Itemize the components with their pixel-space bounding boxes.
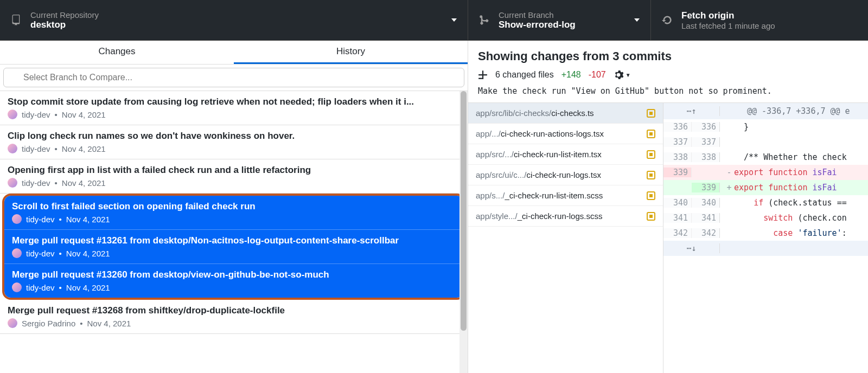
commit-author: tidy-dev bbox=[26, 283, 55, 292]
file-item[interactable]: app/.../ci-check-run-actions-logs.tsx bbox=[468, 124, 663, 144]
diff-line: 341341 switch (check.con bbox=[663, 210, 868, 226]
tab-history[interactable]: History bbox=[234, 41, 468, 64]
modified-badge-icon bbox=[647, 109, 655, 118]
expand-down-row[interactable]: ⋯↓ bbox=[663, 241, 868, 256]
commit-date: Nov 4, 2021 bbox=[66, 249, 110, 258]
commit-title: Merge pull request #13268 from shiftkey/… bbox=[8, 305, 460, 316]
modified-badge-icon bbox=[647, 212, 655, 221]
svg-rect-0 bbox=[478, 78, 482, 79]
commit-author: tidy-dev bbox=[22, 144, 50, 153]
changes-title: Showing changes from 3 commits bbox=[478, 49, 858, 63]
diff-line: 337337 bbox=[663, 134, 868, 150]
tabs: Changes History bbox=[0, 41, 468, 65]
diff-line: 339+export function isFai bbox=[663, 180, 868, 195]
toolbar-repository[interactable]: Current Repository desktop bbox=[0, 0, 468, 40]
repo-value: desktop bbox=[30, 20, 446, 30]
diff-view[interactable]: ⋯↑ @@ -336,7 +336,7 @@ e 336336 }337337 … bbox=[663, 103, 868, 373]
diff-settings-button[interactable]: ▼ bbox=[614, 70, 631, 80]
avatar bbox=[12, 248, 22, 258]
commit-date: Nov 4, 2021 bbox=[66, 283, 110, 292]
diff-line: 340340 if (check.status == bbox=[663, 195, 868, 210]
avatar bbox=[12, 282, 22, 292]
file-item[interactable]: app/style.../_ci-check-run-logs.scss bbox=[468, 206, 663, 227]
commit-message: Make the check run "View on GitHub" butt… bbox=[468, 86, 868, 103]
diff-line: 336336 } bbox=[663, 119, 868, 134]
avatar bbox=[8, 318, 17, 328]
fetch-label: Fetch origin bbox=[681, 10, 857, 21]
commit-author: tidy-dev bbox=[26, 249, 55, 258]
diff-line: 342342 case 'failure': bbox=[663, 226, 868, 241]
commit-title: Merge pull request #13260 from desktop/v… bbox=[12, 269, 456, 280]
commit-date: Nov 4, 2021 bbox=[62, 144, 106, 153]
commit-date: Nov 4, 2021 bbox=[66, 215, 110, 224]
commit-author: tidy-dev bbox=[22, 178, 50, 188]
left-panel: Changes History Stop commit store update… bbox=[0, 41, 468, 373]
file-item[interactable]: app/src/.../ci-check-run-list-item.tsx bbox=[468, 144, 663, 165]
scrollbar[interactable] bbox=[459, 91, 468, 373]
sync-icon bbox=[662, 15, 673, 25]
commit-meta: tidy-dev•Nov 4, 2021 bbox=[12, 282, 456, 292]
commit-date: Nov 4, 2021 bbox=[62, 110, 106, 119]
file-list: app/src/lib/ci-checks/ci-checks.tsapp/..… bbox=[468, 103, 663, 373]
toolbar-fetch[interactable]: Fetch origin Last fetched 1 minute ago bbox=[651, 0, 868, 40]
commit-author: tidy-dev bbox=[26, 215, 55, 224]
commit-date: Nov 4, 2021 bbox=[62, 178, 106, 188]
compare-branch-input[interactable] bbox=[3, 68, 464, 87]
commit-author: tidy-dev bbox=[22, 110, 50, 119]
commit-meta: Sergio Padrino•Nov 4, 2021 bbox=[8, 318, 460, 328]
commit-list[interactable]: Stop commit store update from causing lo… bbox=[0, 91, 468, 373]
modified-badge-icon bbox=[647, 191, 655, 200]
diff-icon bbox=[478, 70, 488, 80]
avatar bbox=[8, 144, 17, 153]
commit-item[interactable]: Opening first app in list with a failed … bbox=[0, 159, 468, 194]
avatar bbox=[8, 110, 17, 119]
tab-changes[interactable]: Changes bbox=[0, 41, 234, 64]
toolbar-branch[interactable]: Current Branch Show-errored-log bbox=[468, 0, 651, 40]
commit-meta: tidy-dev•Nov 4, 2021 bbox=[12, 214, 456, 224]
selected-commits-group: Scroll to first failed section on openin… bbox=[2, 194, 465, 300]
avatar bbox=[8, 178, 17, 188]
modified-badge-icon bbox=[647, 130, 655, 138]
avatar bbox=[12, 214, 22, 224]
fetch-sub: Last fetched 1 minute ago bbox=[681, 21, 857, 30]
commit-item[interactable]: Clip long check run names so we don't ha… bbox=[0, 125, 468, 159]
commit-title: Stop commit store update from causing lo… bbox=[8, 97, 460, 107]
commit-meta: tidy-dev•Nov 4, 2021 bbox=[12, 248, 456, 258]
chevron-down-icon bbox=[634, 18, 640, 22]
toolbar: Current Repository desktop Current Branc… bbox=[0, 0, 868, 41]
commit-title: Scroll to first failed section on openin… bbox=[12, 201, 456, 212]
expand-down-icon[interactable]: ⋯↓ bbox=[686, 243, 696, 253]
commit-item[interactable]: Merge pull request #13268 from shiftkey/… bbox=[0, 300, 468, 334]
file-item[interactable]: app/src/lib/ci-checks/ci-checks.ts bbox=[468, 103, 663, 124]
commit-title: Merge pull request #13261 from desktop/N… bbox=[12, 235, 456, 246]
branch-value: Show-errored-log bbox=[499, 20, 629, 30]
right-panel: Showing changes from 3 commits 6 changed… bbox=[468, 41, 868, 373]
branch-icon bbox=[479, 15, 490, 25]
modified-badge-icon bbox=[647, 150, 655, 159]
hunk-header[interactable]: ⋯↑ @@ -336,7 +336,7 @@ e bbox=[663, 103, 868, 119]
files-count: 6 changed files bbox=[495, 70, 554, 80]
file-item[interactable]: app/src/ui/c.../ci-check-run-logs.tsx bbox=[468, 165, 663, 185]
branch-label: Current Branch bbox=[499, 10, 629, 20]
commit-item[interactable]: Merge pull request #13261 from desktop/N… bbox=[4, 230, 463, 264]
modified-badge-icon bbox=[647, 171, 655, 179]
repo-icon bbox=[11, 15, 22, 25]
deletions-count: -107 bbox=[589, 70, 606, 80]
chevron-down-icon bbox=[451, 18, 457, 22]
commit-title: Opening first app in list with a failed … bbox=[8, 165, 460, 176]
diff-line: 338338 /** Whether the check bbox=[663, 150, 868, 165]
diff-line: 339-export function isFai bbox=[663, 165, 868, 180]
commit-meta: tidy-dev•Nov 4, 2021 bbox=[8, 110, 460, 119]
file-item[interactable]: app/s.../_ci-check-run-list-item.scss bbox=[468, 185, 663, 206]
repo-label: Current Repository bbox=[30, 10, 446, 20]
additions-count: +148 bbox=[561, 70, 581, 80]
commit-date: Nov 4, 2021 bbox=[87, 319, 131, 328]
commit-title: Clip long check run names so we don't ha… bbox=[8, 131, 460, 142]
commit-meta: tidy-dev•Nov 4, 2021 bbox=[8, 178, 460, 188]
commit-item[interactable]: Scroll to first failed section on openin… bbox=[4, 196, 463, 230]
commit-item[interactable]: Merge pull request #13260 from desktop/v… bbox=[4, 264, 463, 298]
commit-item[interactable]: Stop commit store update from causing lo… bbox=[0, 91, 468, 125]
expand-up-icon[interactable]: ⋯↑ bbox=[686, 106, 696, 116]
commit-author: Sergio Padrino bbox=[22, 319, 75, 328]
commit-meta: tidy-dev•Nov 4, 2021 bbox=[8, 144, 460, 153]
